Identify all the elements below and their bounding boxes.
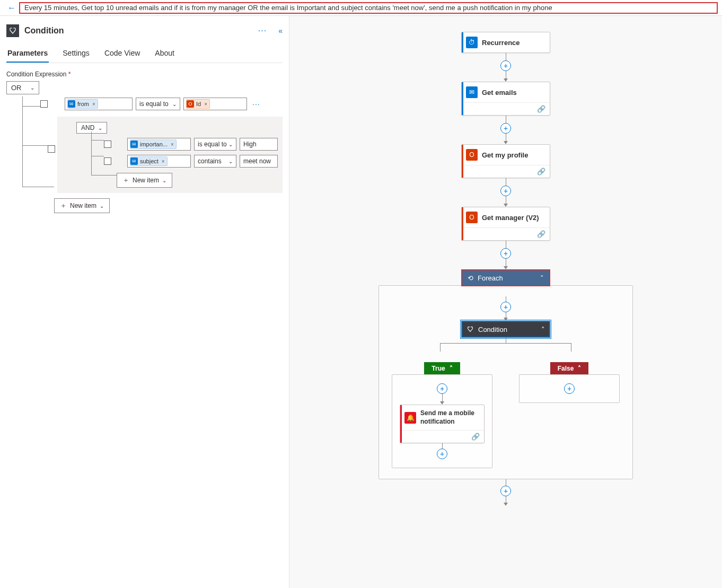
chevron-up-icon: ˄ <box>541 326 545 334</box>
outlook-token-icon: ✉ <box>130 141 138 148</box>
chevron-up-icon: ˄ <box>578 365 581 372</box>
condition-expression-label: Condition Expression * <box>6 71 283 78</box>
root-new-item-button[interactable]: ＋New item⌄ <box>54 198 110 213</box>
foreach-icon: ⟲ <box>468 274 473 282</box>
root-operator-select[interactable]: OR⌄ <box>6 81 39 94</box>
flow-description-input[interactable]: Every 15 minutes, Get top 10 unread emai… <box>19 2 718 14</box>
tab-parameters[interactable]: Parameters <box>6 46 49 63</box>
office-icon: O <box>466 212 478 223</box>
chevron-up-icon: ˄ <box>540 274 544 282</box>
row1-token-remove[interactable]: × <box>91 101 95 107</box>
link-icon: 🔗 <box>471 433 480 441</box>
group-checkbox[interactable] <box>48 145 55 153</box>
tab-settings[interactable]: Settings <box>61 46 91 63</box>
branch-true-header[interactable]: True˄ <box>424 362 460 375</box>
flow-canvas[interactable]: ⏱ Recurrence + ✉ Get emails 🔗 + O <box>289 16 722 588</box>
row3-left-operand[interactable]: ✉ subject × <box>127 155 191 168</box>
chevron-up-icon: ˄ <box>450 365 453 372</box>
row3-checkbox[interactable] <box>104 157 111 165</box>
add-step-button[interactable]: + <box>437 383 447 394</box>
row1-left-operand[interactable]: ✉ from × <box>65 98 133 110</box>
row2-checkbox[interactable] <box>104 141 111 148</box>
row2-left-operand[interactable]: ✉ importan... × <box>127 138 191 151</box>
row2-operator-select[interactable]: is equal to⌄ <box>194 138 236 151</box>
panel-more-button[interactable]: ··· <box>258 26 267 36</box>
tab-about[interactable]: About <box>154 46 175 63</box>
outlook-token-icon: ✉ <box>130 157 138 165</box>
add-step-button[interactable]: + <box>564 383 575 394</box>
row3-token-remove[interactable]: × <box>161 159 165 164</box>
panel-tabs: Parameters Settings Code View About <box>6 46 283 63</box>
add-step-button[interactable]: + <box>500 123 511 134</box>
row1-checkbox[interactable] <box>40 100 48 108</box>
add-step-button[interactable]: + <box>500 302 511 312</box>
row3-value-input[interactable]: meet now <box>240 155 278 168</box>
panel-title: Condition <box>24 26 253 36</box>
nested-operator-select[interactable]: AND⌄ <box>76 122 107 134</box>
row3-operator-select[interactable]: contains⌄ <box>194 155 236 168</box>
branch-false-container: + <box>519 374 620 403</box>
add-step-button[interactable]: + <box>437 449 447 459</box>
link-icon: 🔗 <box>537 230 545 238</box>
back-button[interactable]: ← <box>4 3 19 13</box>
office-icon: O <box>466 149 478 161</box>
add-step-button[interactable]: + <box>500 60 511 71</box>
row1-more[interactable]: ··· <box>250 100 262 108</box>
add-step-button[interactable]: + <box>500 248 511 259</box>
node-condition[interactable]: Condition ˄ <box>461 321 550 338</box>
tab-code-view[interactable]: Code View <box>103 46 141 63</box>
row2-value-input[interactable]: High <box>240 138 278 151</box>
recurrence-icon: ⏱ <box>466 37 478 48</box>
add-step-button[interactable]: + <box>500 486 511 496</box>
node-recurrence[interactable]: ⏱ Recurrence <box>461 32 550 53</box>
notification-icon: 🔔 <box>404 412 416 424</box>
nested-new-item-button[interactable]: ＋New item⌄ <box>117 173 172 188</box>
condition-editor-panel: Condition ··· « Parameters Settings Code… <box>0 16 289 588</box>
node-get-my-profile[interactable]: O Get my profile 🔗 <box>461 144 550 178</box>
foreach-container: + Condition ˄ <box>378 285 633 479</box>
node-foreach[interactable]: ⟲ Foreach ˄ <box>461 269 550 286</box>
link-icon: 🔗 <box>537 168 545 175</box>
node-get-emails[interactable]: ✉ Get emails 🔗 <box>461 82 550 116</box>
node-get-manager[interactable]: O Get manager (V2) 🔗 <box>461 207 550 241</box>
outlook-token-icon: ✉ <box>68 100 75 108</box>
row2-token-remove[interactable]: × <box>170 142 174 147</box>
node-send-notification[interactable]: 🔔 Send me a mobile notification 🔗 <box>400 405 485 443</box>
link-icon: 🔗 <box>537 105 545 113</box>
branch-false-header[interactable]: False˄ <box>550 362 589 375</box>
row1-operator-select[interactable]: is equal to⌄ <box>136 98 180 110</box>
row1-right-operand[interactable]: O Id × <box>183 98 247 110</box>
panel-collapse-button[interactable]: « <box>278 27 283 35</box>
condition-icon <box>466 326 474 333</box>
office-token-icon: O <box>187 100 194 108</box>
row1-value-token-remove[interactable]: × <box>203 101 207 107</box>
outlook-icon: ✉ <box>466 86 478 98</box>
add-step-button[interactable]: + <box>500 186 511 196</box>
condition-icon <box>6 24 19 37</box>
branch-true-container: + 🔔 Send me a mobile notification 🔗 <box>392 374 492 468</box>
